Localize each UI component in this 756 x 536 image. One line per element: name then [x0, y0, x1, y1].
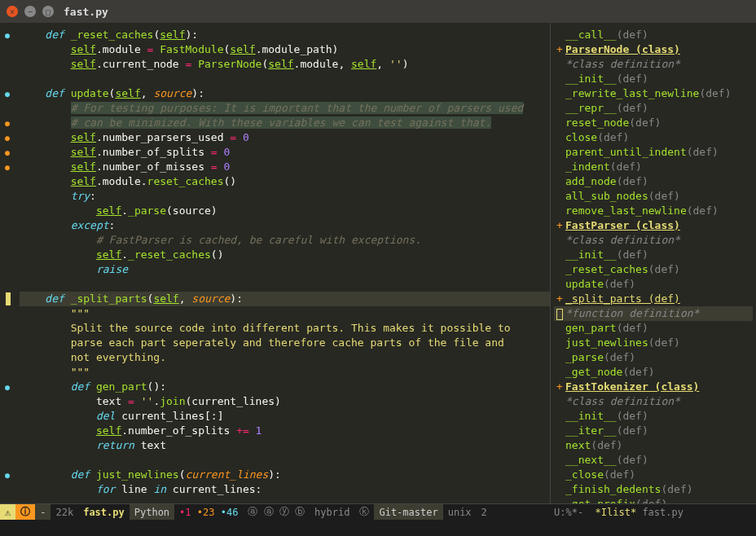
- code-line[interactable]: def _reset_caches(self):: [20, 28, 550, 42]
- gutter-mark: [0, 365, 15, 380]
- code-line[interactable]: [20, 453, 550, 468]
- right-file: fast.py: [642, 507, 683, 518]
- code-line[interactable]: self._reset_caches(): [20, 248, 550, 262]
- outline-item[interactable]: __init__ (def): [554, 409, 753, 424]
- buffer-size: 22k: [51, 504, 78, 520]
- gutter-mark: [0, 204, 15, 218]
- flycheck-counts[interactable]: •1 •23 •46: [174, 504, 243, 520]
- major-mode[interactable]: Python: [130, 504, 174, 520]
- outline-item[interactable]: +ParserNode (class): [554, 42, 753, 57]
- gutter-mark: [0, 306, 15, 321]
- outline-item[interactable]: __repr__ (def): [554, 101, 753, 116]
- gutter-mark: [0, 336, 15, 350]
- outline-item[interactable]: _get_node (def): [554, 365, 753, 380]
- code-line[interactable]: try:: [20, 189, 550, 204]
- right-buffer[interactable]: *Ilist*: [596, 507, 637, 518]
- code-line[interactable]: """: [20, 306, 550, 321]
- outline-item[interactable]: +FastParser (class): [554, 218, 753, 233]
- code-line[interactable]: not everything.: [20, 350, 550, 365]
- outline-item[interactable]: _finish_dedents (def): [554, 482, 753, 497]
- titlebar: × − □ fast.py: [0, 0, 756, 23]
- code-line[interactable]: # For testing purposes: It is important …: [20, 101, 550, 116]
- minimize-icon[interactable]: −: [24, 6, 36, 17]
- info-icon[interactable]: ⓘ: [15, 504, 35, 520]
- outline-item[interactable]: + _split_parts (def): [554, 292, 753, 306]
- code-content[interactable]: def _reset_caches(self): self.module = F…: [15, 23, 550, 503]
- code-line[interactable]: def _split_parts(self, source):: [20, 292, 550, 306]
- minibuffer[interactable]: [0, 520, 756, 536]
- code-line[interactable]: raise: [20, 262, 550, 277]
- code-line[interactable]: def just_newlines(current_lines):: [20, 468, 550, 482]
- outline-item[interactable]: __next__ (def): [554, 453, 753, 468]
- code-line[interactable]: self.number_parsers_used = 0: [20, 130, 550, 145]
- evil-state: -: [35, 504, 51, 520]
- close-icon[interactable]: ×: [7, 6, 18, 17]
- outline-item[interactable]: __iter__ (def): [554, 424, 753, 438]
- outline-item[interactable]: _close (def): [554, 468, 753, 482]
- outline-item[interactable]: _get_prefix (def): [554, 497, 753, 503]
- code-line[interactable]: self.module = FastModule(self.module_pat…: [20, 42, 550, 57]
- outline-item[interactable]: __init__ (def): [554, 72, 753, 86]
- code-line[interactable]: def gen_part():: [20, 380, 550, 394]
- outline-item[interactable]: close (def): [554, 130, 753, 145]
- gutter-mark: [0, 248, 15, 262]
- outline-item[interactable]: _reset_caches (def): [554, 262, 753, 277]
- code-line[interactable]: self._parse(source): [20, 204, 550, 218]
- outline-item[interactable]: _rewrite_last_newline (def): [554, 86, 753, 101]
- code-line[interactable]: self.module.reset_caches(): [20, 174, 550, 189]
- outline-item[interactable]: *function definition*: [554, 306, 753, 321]
- gutter-mark: [0, 189, 15, 204]
- outline-item[interactable]: _parse (def): [554, 350, 753, 365]
- code-line[interactable]: """: [20, 365, 550, 380]
- hybrid-mode: hybrid: [310, 504, 354, 520]
- outline-item[interactable]: __init__ (def): [554, 248, 753, 262]
- code-line[interactable]: parse each part seperately and therefore…: [20, 336, 550, 350]
- outline-item[interactable]: just_newlines (def): [554, 336, 753, 350]
- code-line[interactable]: self.current_node = ParserNode(self.modu…: [20, 57, 550, 72]
- outline-item[interactable]: add_node (def): [554, 174, 753, 189]
- outline-item[interactable]: update (def): [554, 277, 753, 292]
- gutter-mark: [0, 438, 15, 453]
- outline-item[interactable]: __call__ (def): [554, 28, 753, 42]
- code-line[interactable]: self.number_of_splits = 0: [20, 145, 550, 160]
- code-line[interactable]: return text: [20, 438, 550, 453]
- code-pane[interactable]: ●●●●●●●● def _reset_caches(self): self.m…: [0, 23, 551, 503]
- gutter-mark: [0, 453, 15, 468]
- outline-item[interactable]: next (def): [554, 438, 753, 453]
- code-line[interactable]: # FastParser is cached, be careful with …: [20, 233, 550, 248]
- line-pos: 2: [477, 504, 492, 520]
- editor-area: ●●●●●●●● def _reset_caches(self): self.m…: [0, 23, 756, 503]
- coding-system: unix: [443, 504, 477, 520]
- gutter-mark: [0, 72, 15, 86]
- modeline: ⚠ ⓘ - 22k fast.py Python •1 •23 •46 ⓐ ⓐ …: [0, 503, 756, 520]
- outline-item[interactable]: +FastTokenizer (class): [554, 380, 753, 394]
- outline-item[interactable]: *class definition*: [554, 233, 753, 248]
- outline-item[interactable]: parent_until_indent (def): [554, 145, 753, 160]
- code-line[interactable]: self.number_of_splits += 1: [20, 424, 550, 438]
- warning-icon[interactable]: ⚠: [0, 504, 15, 520]
- outline-item[interactable]: *class definition*: [554, 57, 753, 72]
- window-controls: × − □: [7, 6, 54, 17]
- outline-item[interactable]: all_sub_nodes (def): [554, 189, 753, 204]
- outline-item[interactable]: reset_node (def): [554, 116, 753, 130]
- code-line[interactable]: Split the source code into different par…: [20, 321, 550, 336]
- outline-pane[interactable]: __call__ (def)+ParserNode (class) *class…: [551, 23, 756, 503]
- code-line[interactable]: [20, 277, 550, 292]
- gutter-mark: [0, 233, 15, 248]
- code-line[interactable]: self.number_of_misses = 0: [20, 160, 550, 174]
- maximize-icon[interactable]: □: [42, 6, 54, 17]
- gutter-mark: [0, 482, 15, 497]
- code-line[interactable]: # can be minimized. With these variables…: [20, 116, 550, 130]
- buffer-name[interactable]: fast.py: [78, 504, 130, 520]
- outline-item[interactable]: gen_part (def): [554, 321, 753, 336]
- code-line[interactable]: except:: [20, 218, 550, 233]
- code-line[interactable]: for line in current_lines:: [20, 482, 550, 497]
- code-line[interactable]: text = ''.join(current_lines): [20, 394, 550, 409]
- outline-item[interactable]: remove_last_newline (def): [554, 204, 753, 218]
- code-line[interactable]: def update(self, source):: [20, 86, 550, 101]
- outline-item[interactable]: *class definition*: [554, 394, 753, 409]
- code-line[interactable]: [20, 72, 550, 86]
- code-line[interactable]: del current_lines[:]: [20, 409, 550, 424]
- git-branch[interactable]: Git-master: [374, 504, 442, 520]
- outline-item[interactable]: _indent (def): [554, 160, 753, 174]
